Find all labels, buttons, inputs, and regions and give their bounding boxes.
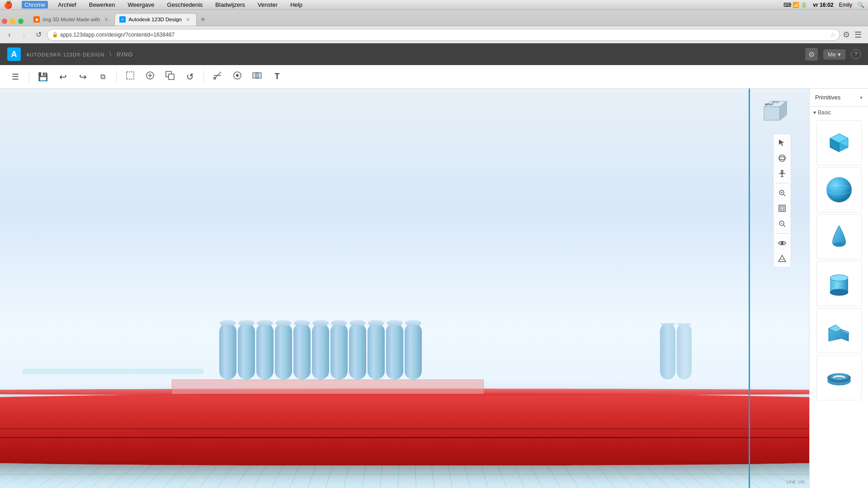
combine-icon [252, 71, 262, 82]
new-tab-button[interactable]: + [197, 13, 209, 26]
back-button[interactable]: ‹ [4, 29, 15, 41]
primitive-torus[interactable] [816, 355, 862, 400]
add-button[interactable] [142, 69, 158, 85]
search-icon[interactable]: 🔍 [858, 2, 864, 8]
forward-button[interactable]: › [18, 29, 30, 41]
cylinder-4 [275, 323, 292, 380]
cylinder-8 [349, 323, 366, 380]
cylinder-2 [238, 323, 255, 380]
right-panel: Primitives ▾ ▾ Basic [809, 89, 868, 488]
maximize-window-button[interactable] [18, 19, 24, 24]
panel-dropdown-button[interactable]: ▾ [860, 94, 863, 101]
tab-123d[interactable]: A Autodesk 123D Design × [114, 13, 197, 26]
close-window-button[interactable] [2, 19, 7, 24]
tab-ring-3d[interactable]: ◆ ring 3D Model Made with × [29, 13, 114, 26]
primitive-bend[interactable] [816, 308, 862, 353]
address-bar: ‹ › ↺ 🔒 apps.123dapp.com/design/?content… [0, 26, 868, 43]
geschiedenis-menu[interactable]: Geschiedenis [165, 1, 206, 9]
menu-icon: ☰ [12, 72, 19, 82]
primitives-grid [810, 118, 868, 402]
chrome-menu-button[interactable]: ☰ [852, 29, 864, 41]
basic-section-header[interactable]: ▾ Basic [810, 107, 868, 118]
me-menu-button[interactable]: Me ▾ [823, 49, 845, 60]
transform-button[interactable] [162, 69, 178, 85]
view-cube[interactable]: RIGHT BACK [755, 98, 791, 125]
zoom-region-button[interactable] [775, 217, 789, 230]
primitive-cone[interactable] [816, 214, 862, 259]
document-name: RING [117, 51, 133, 58]
viewport[interactable]: RIGHT BACK [0, 89, 809, 488]
url-display: apps.123dapp.com/design/?contentid=16384… [60, 32, 175, 38]
minimize-window-button[interactable] [10, 19, 15, 24]
help-button[interactable]: ? [851, 49, 861, 59]
primitive-cube[interactable] [816, 120, 862, 165]
cylinder-9 [368, 323, 385, 380]
gear-icon: ⚙ [808, 50, 815, 59]
ring-main-body [0, 393, 809, 465]
snap-icon [233, 71, 242, 82]
torus-shape-icon [823, 362, 855, 394]
main-content: RIGHT BACK [0, 89, 868, 488]
menu-button[interactable]: ☰ [7, 69, 24, 85]
system-user: Emily [839, 2, 852, 8]
tab-ring-title: ring 3D Model Made with [42, 17, 100, 22]
primitive-cylinder[interactable] [816, 261, 862, 306]
refresh-icon: ↺ [186, 71, 194, 82]
select-tool-button[interactable] [775, 136, 789, 150]
text-button[interactable]: T [269, 69, 285, 85]
cube-shape-icon [823, 127, 855, 159]
svg-rect-12 [256, 73, 261, 78]
help-label: ? [854, 51, 858, 57]
svg-point-30 [781, 242, 783, 244]
zoom-tool-button[interactable] [775, 186, 789, 200]
archief-menu[interactable]: Archief [55, 1, 79, 9]
toolbar-separator-1 [29, 70, 29, 83]
unit-display: Unit: cm [787, 479, 805, 484]
add-icon [146, 71, 155, 82]
apple-menu[interactable]: 🍎 [4, 0, 13, 9]
address-bar-actions: ⚙ ☰ [843, 29, 864, 41]
chrome-extensions-icon[interactable]: ⚙ [843, 30, 850, 40]
orbit-tool-button[interactable] [775, 151, 789, 165]
copy-button[interactable]: ⧉ [94, 69, 111, 85]
reload-button[interactable]: ↺ [33, 29, 44, 41]
primitive-sphere[interactable] [816, 167, 862, 212]
address-input-container[interactable]: 🔒 apps.123dapp.com/design/?contentid=163… [47, 29, 840, 41]
pan-tool-button[interactable] [775, 167, 789, 180]
cylinder-7 [330, 323, 348, 380]
bewerken-menu[interactable]: Bewerken [86, 1, 118, 9]
modify-button[interactable] [209, 69, 226, 85]
redo-button[interactable]: ↪ [75, 69, 91, 85]
view-cube-inner: RIGHT BACK [755, 98, 791, 123]
selection-platform [172, 380, 484, 394]
mac-menubar: 🍎 Chrome Archief Bewerken Weergave Gesch… [0, 0, 868, 10]
cylinder-1 [219, 323, 236, 380]
view-mode-button[interactable] [775, 236, 789, 250]
refresh-button[interactable]: ↺ [182, 69, 198, 85]
svg-rect-5 [169, 74, 174, 80]
chrome-menu[interactable]: Chrome [22, 1, 48, 9]
panel-accent-bar [749, 89, 750, 488]
svg-point-37 [826, 177, 852, 202]
fit-tool-button[interactable] [775, 202, 789, 215]
help-menu[interactable]: Help [288, 1, 305, 9]
combine-button[interactable] [249, 69, 265, 85]
svg-rect-26 [780, 206, 784, 210]
bookmark-star-icon[interactable]: ☆ [830, 31, 836, 38]
perspective-button[interactable] [775, 252, 789, 265]
snap-button[interactable] [229, 69, 245, 85]
me-dropdown-icon: ▾ [838, 51, 841, 58]
bladwijzers-menu[interactable]: Bladwijzers [212, 1, 248, 9]
cylinder-shape-icon [823, 268, 855, 300]
tab-ring-close[interactable]: × [103, 16, 110, 23]
venster-menu[interactable]: Venster [255, 1, 280, 9]
undo-button[interactable]: ↩ [55, 69, 71, 85]
box-select-button[interactable] [122, 69, 138, 85]
settings-button[interactable]: ⚙ [805, 48, 818, 61]
svg-line-22 [783, 194, 785, 196]
tab-123d-close[interactable]: × [184, 16, 192, 23]
weergave-menu[interactable]: Weergave [125, 1, 157, 9]
save-button[interactable]: 💾 [35, 69, 51, 85]
bend-shape-icon [823, 315, 855, 347]
right-toolbar [773, 134, 791, 267]
